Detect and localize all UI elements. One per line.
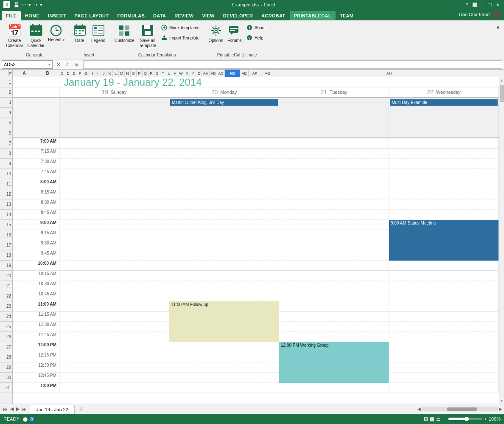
hscroll-track[interactable]	[422, 407, 498, 411]
sun-1015am[interactable]	[59, 271, 169, 281]
col-header-e[interactable]: E	[71, 70, 77, 77]
col-header-x[interactable]: X	[184, 70, 190, 77]
add-sheet-button[interactable]: +	[76, 404, 86, 414]
tue-730am[interactable]	[279, 159, 389, 168]
sun-1145am[interactable]	[59, 332, 169, 342]
help-button[interactable]: ? Help	[244, 33, 267, 42]
tab-pagelayout[interactable]: PAGE LAYOUT	[70, 11, 113, 20]
wed-1pm[interactable]	[389, 383, 499, 393]
scroll-track[interactable]	[499, 83, 504, 398]
tue-11am[interactable]	[279, 301, 389, 311]
col-header-aa[interactable]: AA	[202, 70, 210, 77]
mon-1230pm[interactable]	[169, 362, 279, 372]
collapse-ribbon-button[interactable]: ▲	[494, 23, 502, 31]
undo-dropdown[interactable]: ▾	[28, 2, 32, 8]
wed-730am[interactable]	[389, 159, 499, 168]
wed-8am[interactable]	[389, 179, 499, 189]
tue-1145am[interactable]	[279, 332, 389, 342]
normal-view-button[interactable]: ⊞	[424, 416, 428, 422]
tue-1030am[interactable]	[279, 281, 389, 291]
accessibility-icon[interactable]: ♿	[29, 417, 34, 421]
wed-9am[interactable]: 9:00 AM Status Meeting	[389, 220, 499, 230]
col-header-z[interactable]: Z	[196, 70, 202, 77]
col-header-q[interactable]: Q	[143, 70, 148, 77]
import-template-button[interactable]: Import Template	[159, 33, 202, 42]
col-header-n[interactable]: N	[125, 70, 131, 77]
close-icon[interactable]: ✕	[495, 2, 501, 8]
wed-1115am[interactable]	[389, 312, 499, 321]
col-header-ab[interactable]: AB	[210, 70, 217, 77]
sheet-nav-prev[interactable]: ◀	[9, 406, 15, 412]
sun-7am[interactable]	[59, 138, 169, 148]
col-header-w[interactable]: W	[178, 70, 184, 77]
wed-715am[interactable]	[389, 149, 499, 158]
wed-1245pm[interactable]	[389, 373, 499, 382]
sheet-nav-first[interactable]: ⏮	[2, 407, 9, 412]
sun-1pm[interactable]	[59, 383, 169, 393]
wed-1045am[interactable]	[389, 291, 499, 301]
col-header-i[interactable]: I	[95, 70, 101, 77]
sheet-nav-next[interactable]: ▶	[15, 406, 21, 412]
wed-1145am[interactable]	[389, 332, 499, 342]
col-header-m[interactable]: M	[119, 70, 125, 77]
sun-1130am[interactable]	[59, 322, 169, 331]
tue-745am[interactable]	[279, 169, 389, 179]
tue-815am[interactable]	[279, 189, 389, 199]
sun-8am[interactable]	[59, 179, 169, 189]
col-header-ag[interactable]: AG	[261, 70, 274, 77]
minimize-icon[interactable]: ─	[479, 2, 485, 8]
sun-1045am[interactable]	[59, 291, 169, 301]
mon-845am[interactable]	[169, 210, 279, 219]
col-header-t[interactable]: T	[160, 70, 166, 77]
formula-input[interactable]	[83, 60, 502, 69]
hscroll-thumb[interactable]	[447, 407, 477, 411]
sun-11am[interactable]	[59, 301, 169, 311]
mon-815am[interactable]	[169, 189, 279, 199]
tue-915am[interactable]	[279, 230, 389, 240]
sun-830am[interactable]	[59, 199, 169, 209]
tue-9am[interactable]	[279, 220, 389, 230]
hscroll-left[interactable]: ◀	[417, 407, 421, 411]
mon-1015am[interactable]	[169, 271, 279, 281]
wed-845am[interactable]	[389, 210, 499, 219]
create-calendar-button[interactable]: 📅 CreateCalendar	[4, 23, 25, 52]
sun-815am[interactable]	[59, 189, 169, 199]
sun-745am[interactable]	[59, 169, 169, 179]
event-multiday[interactable]: Multi-Day Example	[390, 99, 498, 106]
col-header-af[interactable]: AF	[249, 70, 261, 77]
restore-icon[interactable]: ❒	[487, 2, 493, 8]
redo-icon[interactable]: ↪	[33, 2, 38, 8]
legend-button[interactable]: Legend	[90, 23, 107, 52]
sun-1245pm[interactable]	[59, 373, 169, 382]
zoom-slider[interactable]	[448, 418, 482, 420]
col-header-ae[interactable]: AE	[240, 70, 249, 77]
mon-9am[interactable]	[169, 220, 279, 230]
sun-10am[interactable]	[59, 261, 169, 270]
tue-10am[interactable]	[279, 261, 389, 270]
event-status-meeting[interactable]: 9:00 AM Status Meeting	[389, 220, 498, 261]
sun-715am[interactable]	[59, 149, 169, 158]
mon-7am[interactable]	[169, 138, 279, 148]
save-as-template-button[interactable]: Save asTemplate	[137, 23, 158, 52]
sun-1030am[interactable]	[59, 281, 169, 291]
page-break-button[interactable]: ☰	[436, 416, 441, 422]
about-button[interactable]: i About	[244, 23, 267, 32]
col-header-h[interactable]: H	[89, 70, 95, 77]
wed-745am[interactable]	[389, 169, 499, 179]
wed-10am[interactable]	[389, 261, 499, 270]
zoom-out-button[interactable]: −	[444, 416, 447, 421]
tue-12pm[interactable]: 12:00 PM Working Group	[279, 342, 389, 352]
tue-8am[interactable]	[279, 179, 389, 189]
zoom-slider-thumb[interactable]	[465, 417, 469, 421]
recent-button[interactable]: Recent ▾	[47, 23, 65, 52]
confirm-formula-button[interactable]: ✓	[63, 60, 71, 69]
wed-1015am[interactable]	[389, 271, 499, 281]
tab-view[interactable]: VIEW	[198, 11, 218, 20]
tue-830am[interactable]	[279, 199, 389, 209]
mon-1215pm[interactable]	[169, 352, 279, 362]
mon-715am[interactable]	[169, 149, 279, 158]
mon-1045am[interactable]	[169, 291, 279, 301]
save-icon[interactable]: 💾	[13, 2, 20, 8]
mon-8am[interactable]	[169, 179, 279, 189]
tab-file[interactable]: FILE	[2, 11, 21, 20]
